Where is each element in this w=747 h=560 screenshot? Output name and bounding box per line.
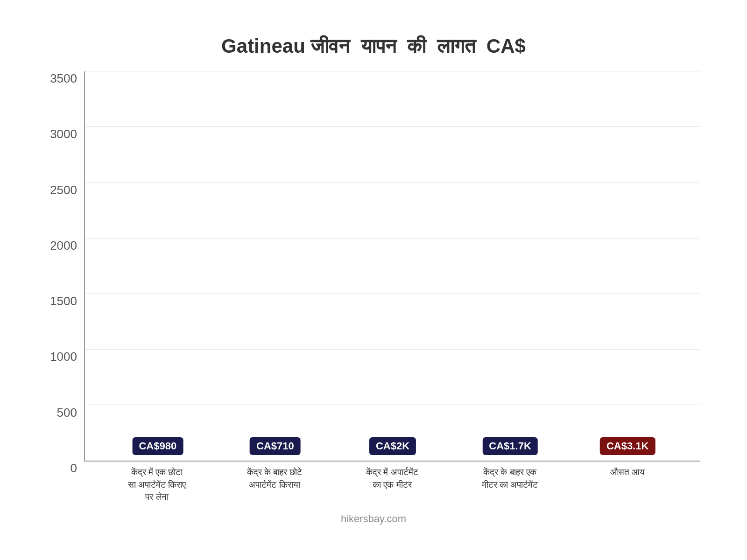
x-axis-label: केंद्र के बाहर छोटे अपार्टमेंट किराया — [244, 466, 305, 504]
x-labels: केंद्र में एक छोटा सा अपार्टमेंट किराए प… — [84, 466, 700, 504]
y-axis-label: 2500 — [50, 183, 77, 197]
chart-container: Gatineau जीवन यापन की लागत CA$ 350030002… — [47, 35, 700, 525]
bars-row: CA$980CA$710CA$2KCA$1.7KCA$3.1K — [85, 71, 700, 461]
y-axis-label: 1500 — [50, 294, 77, 308]
bar-value-label: CA$710 — [250, 437, 301, 455]
bar-value-label: CA$3.1K — [600, 437, 655, 455]
y-axis-label: 1000 — [50, 350, 77, 364]
bar-value-label: CA$980 — [132, 437, 183, 455]
x-axis-label: केंद्र में एक छोटा सा अपार्टमेंट किराए प… — [127, 466, 187, 504]
y-axis-label: 500 — [57, 406, 77, 420]
chart-area: 3500300025002000150010005000 CA$980CA$71… — [47, 71, 700, 504]
y-axis-label: 3500 — [50, 71, 77, 86]
chart-inner: CA$980CA$710CA$2KCA$1.7KCA$3.1K केंद्र म… — [84, 71, 700, 504]
y-axis-label: 3000 — [50, 127, 77, 141]
chart-title: Gatineau जीवन यापन की लागत CA$ — [221, 35, 526, 57]
y-axis-label: 0 — [70, 461, 77, 476]
bar-value-label: CA$1.7K — [482, 437, 537, 455]
x-axis-label: केंद्र में अपार्टमेंट का एक मीटर — [362, 466, 423, 504]
x-axis-label: केंद्र के बाहर एक मीटर का अपार्टमेंट — [479, 466, 540, 504]
bars-and-grid: CA$980CA$710CA$2KCA$1.7KCA$3.1K — [84, 71, 700, 462]
y-axis: 3500300025002000150010005000 — [47, 71, 84, 504]
bar-value-label: CA$2K — [369, 437, 416, 455]
y-axis-label: 2000 — [50, 238, 77, 253]
x-axis-label: औसत आय — [597, 466, 658, 504]
footer-text: hikersbay.com — [341, 513, 406, 525]
